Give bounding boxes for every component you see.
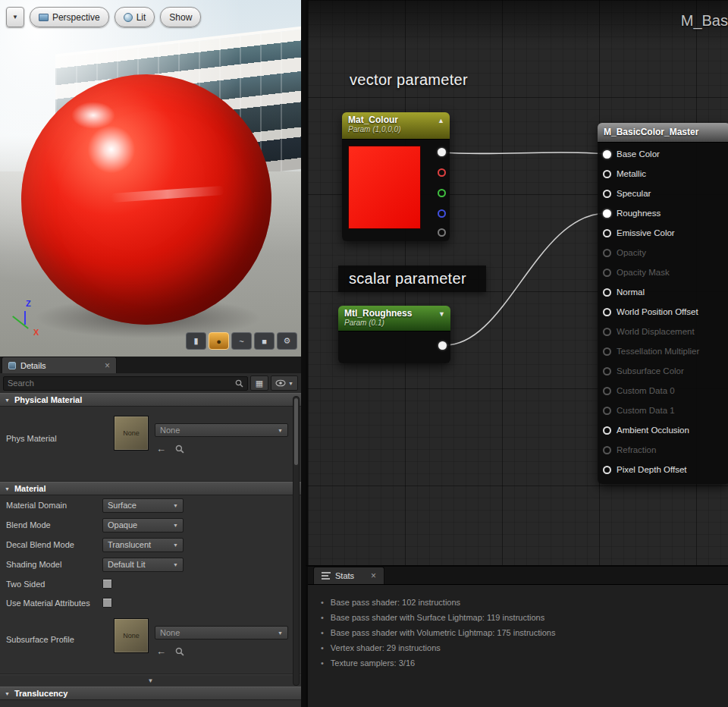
output-pin-b[interactable] <box>438 209 446 218</box>
pin-icon[interactable] <box>603 150 611 159</box>
preview-mesh-plane-button[interactable]: ~ <box>231 332 252 350</box>
search-box[interactable] <box>3 376 248 391</box>
show-advanced-button[interactable]: ▼ <box>0 674 301 687</box>
node-mat-colour[interactable]: Mat_Colour Param (1,0,0,0) ▲ <box>342 112 450 241</box>
use-selected-icon[interactable]: ← <box>156 646 166 657</box>
shading-model-dropdown[interactable]: Default Lit ▼ <box>102 558 184 572</box>
section-material[interactable]: ▼ Material <box>0 482 301 495</box>
master-pin-pixel-depth-offset[interactable]: Pixel Depth Offset <box>598 460 728 479</box>
preview-mesh-custom-button[interactable]: ⚙ <box>277 332 297 350</box>
pin-icon[interactable] <box>603 387 611 395</box>
use-selected-icon[interactable]: ← <box>156 443 166 454</box>
details-scrollbar[interactable] <box>293 396 300 686</box>
node-header[interactable]: M_BasicColor_Master <box>598 123 728 143</box>
output-pin-g[interactable] <box>438 189 446 197</box>
subsurface-profile-label: Subsurface Profile <box>6 635 74 644</box>
plane-icon: ~ <box>239 337 243 346</box>
output-pin-rgba[interactable] <box>438 148 446 156</box>
master-pin-subsurface-color[interactable]: Subsurface Color <box>598 361 728 381</box>
pin-icon[interactable] <box>603 347 611 356</box>
pin-icon[interactable] <box>603 209 611 218</box>
master-pin-normal[interactable]: Normal <box>598 282 728 302</box>
browse-icon[interactable] <box>175 647 184 656</box>
pin-icon[interactable] <box>603 407 611 415</box>
phys-material-dropdown[interactable]: None ▼ <box>155 423 288 437</box>
show-button[interactable]: Show <box>160 7 201 27</box>
close-icon[interactable]: × <box>105 361 110 370</box>
preview-viewport[interactable]: ▼ Perspective Lit Show Z X ▮ <box>0 0 301 357</box>
lit-button[interactable]: Lit <box>115 7 155 27</box>
node-master[interactable]: M_BasicColor_Master Base Color Metallic … <box>598 123 728 484</box>
pin-icon[interactable] <box>603 308 611 316</box>
search-input[interactable] <box>8 379 235 388</box>
expander-icon[interactable]: ▼ <box>5 691 10 696</box>
master-pin-roughness[interactable]: Roughness <box>598 203 728 223</box>
pin-icon[interactable] <box>603 170 611 178</box>
show-label: Show <box>169 12 192 23</box>
stat-line: • Base pass shader with Surface Lightmap… <box>321 610 728 625</box>
chevron-down-icon: ▼ <box>173 562 178 567</box>
blend-mode-dropdown[interactable]: Opaque ▼ <box>102 518 184 533</box>
decal-blend-mode-dropdown[interactable]: Translucent ▼ <box>102 538 184 552</box>
output-pin-a[interactable] <box>438 228 446 237</box>
master-pin-specular[interactable]: Specular <box>598 184 728 203</box>
dropdown-value: Default Lit <box>108 560 173 569</box>
preview-mesh-sphere-button[interactable]: ● <box>209 332 229 350</box>
subsurface-dropdown[interactable]: None ▼ <box>155 626 288 639</box>
scrollbar-thumb[interactable] <box>294 398 298 465</box>
pin-icon[interactable] <box>603 367 611 375</box>
master-pin-emissive-color[interactable]: Emissive Color <box>598 223 728 243</box>
section-translucency[interactable]: ▼ Translucency <box>0 687 301 700</box>
specular-highlight <box>71 102 115 129</box>
material-graph[interactable]: M_Bas vector parameter scalar parameter … <box>306 0 728 565</box>
pin-icon[interactable] <box>603 190 611 198</box>
two-sided-checkbox[interactable] <box>102 579 112 589</box>
output-pin-r[interactable] <box>438 168 446 177</box>
color-preview-swatch[interactable] <box>348 146 421 229</box>
browse-icon[interactable] <box>175 445 184 454</box>
master-pin-opacity-mask[interactable]: Opacity Mask <box>598 262 728 282</box>
pin-icon[interactable] <box>603 466 611 474</box>
master-pin-ambient-occlusion[interactable]: Ambient Occlusion <box>598 420 728 440</box>
master-pin-world-position-offset[interactable]: World Position Offset <box>598 302 728 322</box>
pin-icon[interactable] <box>603 328 611 336</box>
pin-icon[interactable] <box>603 229 611 237</box>
viewport-options-button[interactable]: ▼ <box>6 7 24 27</box>
node-mtl-roughness[interactable]: Mtl_Roughness Param (0.1) ▼ <box>338 306 450 363</box>
master-pin-metallic[interactable]: Metallic <box>598 164 728 184</box>
master-pin-tessellation-multiplier[interactable]: Tessellation Multiplier <box>598 341 728 361</box>
pin-icon[interactable] <box>603 426 611 435</box>
perspective-button[interactable]: Perspective <box>30 7 109 27</box>
property-matrix-button[interactable]: ▦ <box>250 375 268 391</box>
view-options-button[interactable]: ▼ <box>271 375 298 391</box>
node-header[interactable]: Mtl_Roughness Param (0.1) ▼ <box>338 306 450 332</box>
master-pin-refraction[interactable]: Refraction <box>598 440 728 460</box>
master-pin-world-displacement[interactable]: World Displacement <box>598 322 728 341</box>
master-pin-custom-data-0[interactable]: Custom Data 0 <box>598 381 728 401</box>
pin-icon[interactable] <box>603 288 611 297</box>
tab-stats[interactable]: Stats × <box>313 567 384 584</box>
node-header[interactable]: Mat_Colour Param (1,0,0,0) ▲ <box>342 112 450 140</box>
pin-icon[interactable] <box>603 446 611 454</box>
preview-mesh-cylinder-button[interactable]: ▮ <box>186 332 206 350</box>
expander-icon[interactable]: ▼ <box>5 486 10 492</box>
master-pin-opacity[interactable]: Opacity <box>598 243 728 262</box>
collapse-icon[interactable]: ▲ <box>438 117 444 124</box>
expander-icon[interactable]: ▼ <box>5 397 10 403</box>
output-pin-value[interactable] <box>438 341 447 350</box>
close-icon[interactable]: × <box>371 571 376 580</box>
phys-material-thumbnail[interactable]: None <box>114 416 149 451</box>
subsurface-thumbnail[interactable]: None <box>114 618 149 653</box>
row-label: Shading Model <box>6 560 102 569</box>
section-physical-material[interactable]: ▼ Physical Material <box>0 393 301 407</box>
master-pin-base-color[interactable]: Base Color <box>598 144 728 164</box>
pin-icon[interactable] <box>603 269 611 277</box>
preview-mesh-cube-button[interactable]: ■ <box>254 332 275 350</box>
pin-icon[interactable] <box>603 249 611 257</box>
wire-basecolor[interactable] <box>442 152 607 154</box>
material-domain-dropdown[interactable]: Surface ▼ <box>102 498 184 513</box>
master-pin-custom-data-1[interactable]: Custom Data 1 <box>598 401 728 420</box>
tab-details[interactable]: Details × <box>2 357 117 373</box>
collapse-icon[interactable]: ▼ <box>438 310 445 318</box>
use-material-attributes-checkbox[interactable] <box>102 598 112 608</box>
